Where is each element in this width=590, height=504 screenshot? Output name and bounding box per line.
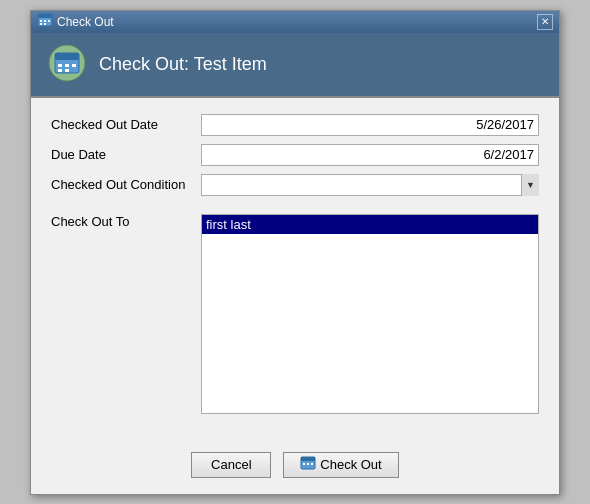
svg-rect-19 — [311, 463, 313, 465]
svg-rect-4 — [48, 20, 50, 22]
checked-out-condition-label: Checked Out Condition — [51, 177, 201, 192]
checked-out-condition-wrapper: Good Fair Poor ▼ — [201, 174, 539, 196]
svg-rect-10 — [58, 64, 62, 67]
checked-out-date-input[interactable] — [201, 114, 539, 136]
checkout-label: Check Out — [320, 457, 381, 472]
svg-rect-17 — [303, 463, 305, 465]
form-content: Checked Out Date Due Date Checked Out Co… — [31, 98, 559, 442]
check-out-window: Check Out ✕ Check Out: Test Item Checked… — [30, 10, 560, 495]
svg-rect-11 — [65, 64, 69, 67]
svg-rect-13 — [58, 69, 62, 72]
svg-rect-5 — [40, 23, 42, 25]
header-title: Check Out: Test Item — [99, 54, 267, 75]
svg-rect-3 — [44, 20, 46, 22]
title-bar: Check Out ✕ — [31, 11, 559, 33]
svg-rect-18 — [307, 463, 309, 465]
due-date-input[interactable] — [201, 144, 539, 166]
checked-out-date-label: Checked Out Date — [51, 117, 201, 132]
header-bar: Check Out: Test Item — [31, 33, 559, 98]
check-out-to-list[interactable]: first last — [201, 214, 539, 414]
spacer — [51, 204, 539, 214]
due-date-label: Due Date — [51, 147, 201, 162]
svg-rect-2 — [40, 20, 42, 22]
list-item[interactable]: first last — [202, 215, 538, 234]
title-bar-icon — [37, 12, 53, 31]
title-bar-left: Check Out — [37, 12, 114, 31]
svg-rect-16 — [301, 457, 315, 461]
svg-rect-1 — [38, 14, 52, 18]
svg-rect-9 — [55, 53, 79, 60]
title-bar-text: Check Out — [57, 15, 114, 29]
check-out-to-row: Check Out To first last — [51, 214, 539, 414]
button-row: Cancel Check Out — [31, 442, 559, 494]
checked-out-condition-row: Checked Out Condition Good Fair Poor ▼ — [51, 174, 539, 196]
svg-rect-6 — [44, 23, 46, 25]
cancel-label: Cancel — [211, 457, 251, 472]
header-icon — [47, 43, 87, 86]
svg-rect-14 — [65, 69, 69, 72]
checkout-btn-icon — [300, 455, 316, 474]
checkout-button[interactable]: Check Out — [283, 452, 398, 478]
close-button[interactable]: ✕ — [537, 14, 553, 30]
cancel-button[interactable]: Cancel — [191, 452, 271, 478]
checked-out-condition-select[interactable]: Good Fair Poor — [201, 174, 539, 196]
checked-out-date-row: Checked Out Date — [51, 114, 539, 136]
svg-rect-12 — [72, 64, 76, 67]
due-date-row: Due Date — [51, 144, 539, 166]
check-out-to-label: Check Out To — [51, 214, 201, 229]
